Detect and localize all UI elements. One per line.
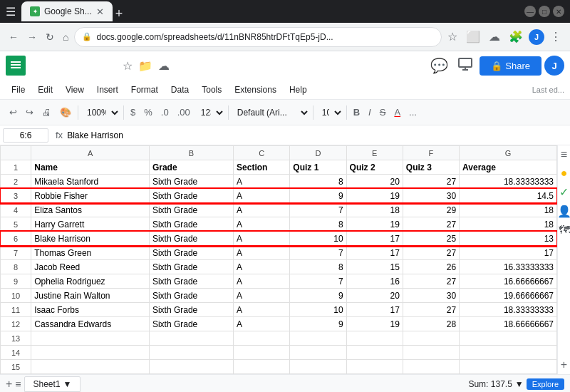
cell-e10[interactable]: 20 xyxy=(346,289,403,303)
menu-data[interactable]: Data xyxy=(165,83,195,97)
cell-d13[interactable] xyxy=(290,331,346,346)
menu-help[interactable]: Help xyxy=(284,83,313,97)
sidebar-icon-3[interactable]: ✓ xyxy=(559,185,569,199)
cell-e4[interactable]: 18 xyxy=(346,203,403,217)
cell-g12[interactable]: 18.66666667 xyxy=(460,317,557,331)
cell-d6[interactable]: 10 xyxy=(290,232,346,246)
cell-b6[interactable]: Sixth Grade xyxy=(149,232,233,246)
cell-f3[interactable]: 30 xyxy=(403,189,459,203)
new-tab-button[interactable]: + xyxy=(113,6,126,21)
cell-c3[interactable]: A xyxy=(234,189,290,203)
cell-f7[interactable]: 27 xyxy=(403,246,459,260)
cell-g14[interactable] xyxy=(460,346,557,360)
sidebar-icon-add[interactable]: + xyxy=(561,359,567,371)
format-type-select[interactable]: 123 xyxy=(195,105,225,120)
cell-g3[interactable]: 14.5 xyxy=(460,189,557,203)
cell-g4[interactable]: 18 xyxy=(460,203,557,217)
cell-g2[interactable]: 18.33333333 xyxy=(460,175,557,189)
cell-c14[interactable] xyxy=(234,346,290,360)
cell-a13[interactable] xyxy=(31,331,150,346)
cell-d14[interactable] xyxy=(290,346,346,360)
currency-button[interactable]: $ xyxy=(127,105,139,120)
cell-b1[interactable]: Grade xyxy=(149,160,233,175)
cell-g13[interactable] xyxy=(460,331,557,346)
move-to-folder-button[interactable]: 📁 xyxy=(138,59,152,73)
star-button[interactable]: ☆ xyxy=(123,59,133,73)
home-button[interactable]: ⌂ xyxy=(60,29,71,46)
cell-c13[interactable] xyxy=(234,331,290,346)
screenshot-icon[interactable]: ⬜ xyxy=(463,27,483,46)
cell-g10[interactable]: 19.66666667 xyxy=(460,289,557,303)
cell-b8[interactable]: Sixth Grade xyxy=(149,260,233,274)
cell-e11[interactable]: 17 xyxy=(346,303,403,317)
sidebar-icon-5[interactable]: 🗺 xyxy=(559,224,570,237)
cell-reference-input[interactable] xyxy=(3,128,48,143)
cell-g6[interactable]: 13 xyxy=(460,232,557,246)
cell-a7[interactable]: Thomas Green xyxy=(31,246,150,260)
col-header-d[interactable]: D xyxy=(290,146,346,160)
cell-d15[interactable] xyxy=(290,360,346,374)
cell-b11[interactable]: Sixth Grade xyxy=(149,303,233,317)
drive-button[interactable]: ☁ xyxy=(158,59,170,73)
sum-dropdown[interactable]: ▼ xyxy=(515,379,524,389)
sidebar-icon-4[interactable]: 👤 xyxy=(557,205,571,218)
cell-e13[interactable] xyxy=(346,331,403,346)
bookmark-icon[interactable]: ☆ xyxy=(445,27,460,46)
cell-c15[interactable] xyxy=(234,360,290,374)
cell-b2[interactable]: Sixth Grade xyxy=(149,175,233,189)
minimize-button[interactable]: — xyxy=(524,6,536,17)
print-button[interactable]: 🖨 xyxy=(38,105,55,120)
cell-a11[interactable]: Isaac Forbs xyxy=(31,303,150,317)
cell-e9[interactable]: 16 xyxy=(346,274,403,289)
cell-f1[interactable]: Quiz 3 xyxy=(403,160,459,175)
cell-g7[interactable]: 17 xyxy=(460,246,557,260)
profile-icon[interactable]: J xyxy=(529,29,544,45)
col-header-f[interactable]: F xyxy=(403,146,459,160)
cell-a4[interactable]: Eliza Santos xyxy=(31,203,150,217)
cell-g5[interactable]: 18 xyxy=(460,217,557,232)
col-header-e[interactable]: E xyxy=(346,146,403,160)
cell-b4[interactable]: Sixth Grade xyxy=(149,203,233,217)
share-button[interactable]: 🔒 Share xyxy=(480,56,542,76)
cell-a2[interactable]: Mikaela Stanford xyxy=(31,175,150,189)
cell-f4[interactable]: 29 xyxy=(403,203,459,217)
cell-a3[interactable]: Robbie Fisher xyxy=(31,189,150,203)
close-button[interactable]: ✕ xyxy=(553,6,564,17)
menu-view[interactable]: View xyxy=(60,83,90,97)
cell-a1[interactable]: Name xyxy=(31,160,150,175)
cell-e6[interactable]: 17 xyxy=(346,232,403,246)
decimal-decrease-button[interactable]: .0 xyxy=(157,105,172,120)
cell-b12[interactable]: Sixth Grade xyxy=(149,317,233,331)
cell-e5[interactable]: 19 xyxy=(346,217,403,232)
browser-tab[interactable]: ✦ Google Sh... ✕ xyxy=(21,1,113,21)
add-sheet-button[interactable]: + xyxy=(6,378,12,391)
cell-c4[interactable]: A xyxy=(234,203,290,217)
cell-e8[interactable]: 15 xyxy=(346,260,403,274)
cell-e12[interactable]: 19 xyxy=(346,317,403,331)
cell-b5[interactable]: Sixth Grade xyxy=(149,217,233,232)
cell-f14[interactable] xyxy=(403,346,459,360)
address-bar[interactable]: 🔒 docs.google.com/spreadsheets/d/11nBNR8… xyxy=(74,27,442,47)
cell-a5[interactable]: Harry Garrett xyxy=(31,217,150,232)
undo-button[interactable]: ↩ xyxy=(6,105,21,120)
zoom-select[interactable]: 100% xyxy=(81,105,120,120)
cell-b9[interactable]: Sixth Grade xyxy=(149,274,233,289)
cell-g8[interactable]: 16.33333333 xyxy=(460,260,557,274)
cell-c5[interactable]: A xyxy=(234,217,290,232)
cell-e15[interactable] xyxy=(346,360,403,374)
cell-f9[interactable]: 27 xyxy=(403,274,459,289)
cell-a8[interactable]: Jacob Reed xyxy=(31,260,150,274)
cell-g9[interactable]: 16.66666667 xyxy=(460,274,557,289)
reload-button[interactable]: ↻ xyxy=(43,29,57,46)
cell-b15[interactable] xyxy=(149,360,233,374)
cell-d1[interactable]: Quiz 1 xyxy=(290,160,346,175)
redo-button[interactable]: ↪ xyxy=(22,105,37,120)
cell-a15[interactable] xyxy=(31,360,150,374)
cell-e1[interactable]: Quiz 2 xyxy=(346,160,403,175)
cell-a14[interactable] xyxy=(31,346,150,360)
cell-e2[interactable]: 20 xyxy=(346,175,403,189)
sheet-tab-sheet1[interactable]: Sheet1 ▼ xyxy=(24,376,81,392)
present-button[interactable] xyxy=(454,53,477,79)
formula-input[interactable] xyxy=(67,130,567,140)
cell-c1[interactable]: Section xyxy=(234,160,290,175)
